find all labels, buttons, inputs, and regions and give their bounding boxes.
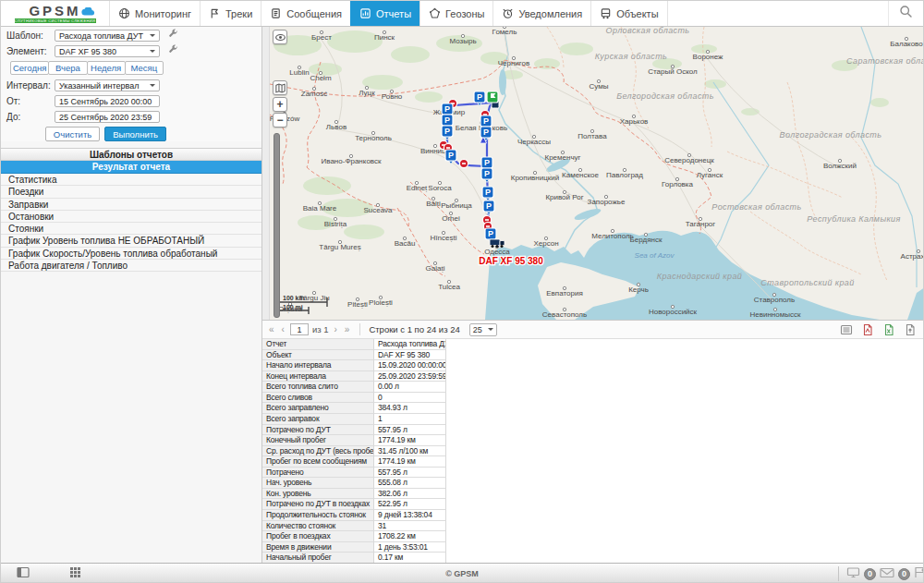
row-value: 1774.19 км (374, 456, 446, 468)
table-row[interactable]: Нач. уровень555.08 л (262, 478, 924, 489)
element-settings-button[interactable] (164, 45, 181, 57)
table-row[interactable]: Потрачено557.95 л (262, 468, 924, 479)
table-row[interactable]: Начало интервала15.09.2020 00:00:00 (262, 360, 924, 371)
map-city-label: Брест (311, 33, 332, 42)
page-size-select[interactable]: 25 (469, 323, 497, 336)
export-pdf-button[interactable] (861, 323, 874, 336)
table-row[interactable]: Всего сливов0 (262, 393, 924, 404)
table-row[interactable]: Продолжительность стоянок9 дней 13:38:04 (262, 510, 924, 521)
map-city-label: Кривой Рог (545, 193, 583, 201)
table-row[interactable]: Пробег по всем сообщениям1774.19 км (262, 456, 924, 468)
template-settings-button[interactable] (164, 30, 181, 42)
tab-label: Геозоны (445, 8, 484, 19)
next-page-button[interactable]: › (333, 324, 339, 334)
section-result-active[interactable]: Результат отчета (1, 161, 261, 174)
map-scrollbar-thumb[interactable] (274, 133, 280, 318)
section-item[interactable]: График Скорость/Уровень топлива обработа… (1, 248, 261, 260)
envelope-icon[interactable] (880, 565, 894, 582)
tab-мониторинг[interactable]: Мониторинг (109, 1, 200, 26)
table-row[interactable]: Всего заправлено384.93 л (262, 403, 924, 414)
map-city-label: Lublin (289, 68, 309, 77)
map-scrollbar-track[interactable] (262, 27, 270, 320)
page-number-input[interactable] (290, 323, 309, 335)
toggle-sidebar-button[interactable] (14, 566, 32, 582)
map-city-label: Рыбница (441, 201, 472, 210)
tab-label: Уведомления (518, 8, 582, 19)
table-toolbar: « ‹ из 1 › » Строки с 1 по 24 из 24 25 (262, 321, 924, 339)
table-row[interactable]: Кон. уровень382.06 л (262, 489, 924, 500)
search-button[interactable] (888, 1, 923, 26)
tab-геозоны[interactable]: Геозоны (419, 1, 492, 26)
map-city-label: Кропивницкий (511, 174, 560, 182)
template-select-value: Расхода топлива ДУТ (59, 31, 143, 41)
start-marker[interactable] (487, 91, 498, 103)
map-layers-button[interactable] (273, 80, 287, 95)
table-row[interactable]: Ср. расход по ДУТ (весь пробег)31.45 л/1… (262, 446, 924, 457)
to-date-input[interactable]: 25 Сентябрь 2020 23:59 (55, 111, 160, 123)
row-label: Всего заправок (262, 414, 374, 425)
table-row[interactable]: Конечный пробег1774.19 км (262, 435, 924, 446)
row-value: 557.95 л (374, 425, 446, 436)
section-item[interactable]: Стоянки (1, 223, 261, 235)
row-label: Всего топлива слито (262, 382, 374, 393)
flag-icon[interactable] (914, 565, 924, 582)
table-row[interactable]: Конец интервала25.09.2020 23:59:59 (262, 371, 924, 383)
row-value: Расхода топлива ДУТ (374, 339, 446, 350)
clear-button[interactable]: Очистить (45, 127, 100, 141)
section-item[interactable]: Остановки (1, 211, 261, 223)
map-zoom-in-button[interactable]: + (273, 97, 287, 112)
section-item[interactable]: График Уровень топлива НЕ ОБРАБОТАНЫЙ (1, 235, 261, 247)
export-excel-button[interactable] (882, 323, 895, 336)
table-row[interactable]: Всего топлива слито0.00 л (262, 382, 924, 393)
tab-объекты[interactable]: Объекты (590, 1, 667, 26)
tab-сообщения[interactable]: Сообщения (261, 1, 350, 26)
section-item[interactable]: Статистика (1, 174, 261, 186)
run-button[interactable]: Выполнить (104, 127, 166, 141)
tab-отчеты[interactable]: Отчеты (350, 1, 419, 26)
tab-треки[interactable]: Треки (200, 1, 261, 26)
table-row[interactable]: Всего заправок1 (262, 414, 924, 425)
map-city-label: Мозырь (449, 37, 476, 45)
map-visibility-button[interactable] (273, 30, 287, 44)
messages-count-badge[interactable]: 0 (898, 568, 910, 580)
range-button-3[interactable]: Месяц (125, 61, 164, 75)
section-item[interactable]: Работа двигателя / Топливо (1, 260, 261, 272)
table-row[interactable]: ОбъектDAF XF 95 380 (262, 350, 924, 361)
table-row[interactable]: Потрачено по ДУТ в поездках522.95 л (262, 499, 924, 510)
section-item[interactable]: Заправки (1, 199, 261, 211)
column-list-button[interactable] (840, 323, 853, 336)
export-file-button[interactable] (904, 323, 917, 336)
table-row[interactable]: Пробег в поездках1708.22 км (262, 531, 924, 542)
map-panel[interactable]: Орловская областьКурская областьСаратовс… (270, 27, 924, 320)
last-page-button[interactable]: » (343, 324, 352, 334)
template-select[interactable]: Расхода топлива ДУТ (55, 30, 160, 42)
map-city-label: Кременчуг (544, 153, 580, 162)
map-canvas[interactable]: Орловская областьКурская областьСаратовс… (270, 27, 924, 320)
map-city-label: Tulcea (438, 283, 460, 291)
vehicle-truck-icon[interactable] (490, 239, 505, 248)
event-marker[interactable] (459, 159, 468, 167)
table-row[interactable]: Количество стоянок31 (262, 521, 924, 532)
map-city-label: Старый Оскол (648, 67, 698, 76)
app-logo[interactable]: GPSM СПУТНИКОВЫЕ СИСТЕМЫ СЛЕЖЕНИЯ (1, 1, 109, 26)
first-page-button[interactable]: « (267, 324, 276, 334)
map-zoom-out-button[interactable]: − (273, 113, 287, 128)
apps-grid-button[interactable] (66, 566, 84, 582)
prev-page-button[interactable]: ‹ (280, 324, 286, 334)
table-row[interactable]: Потрачено по ДУТ557.95 л (262, 425, 924, 436)
map-city-label: Астрахань (901, 252, 924, 261)
element-select[interactable]: DAF XF 95 380 (55, 45, 160, 57)
from-date-input[interactable]: 15 Сентябрь 2020 00:00 (55, 95, 160, 107)
monitor-icon[interactable] (846, 565, 860, 582)
range-button-0[interactable]: Сегодня (10, 61, 49, 75)
table-row[interactable]: ОтчетРасхода топлива ДУТ (262, 339, 924, 350)
range-button-1[interactable]: Вчера (48, 61, 87, 75)
table-row[interactable]: Время в движении1 день 3:53:01 (262, 542, 924, 553)
report-result-table: ОтчетРасхода топлива ДУТОбъектDAF XF 95 … (262, 339, 924, 564)
section-item[interactable]: Поездки (1, 186, 261, 198)
alerts-count-badge[interactable]: 0 (864, 568, 876, 580)
interval-select[interactable]: Указанный интервал (55, 79, 160, 91)
range-button-2[interactable]: Неделя (87, 61, 126, 75)
tab-уведомления[interactable]: Уведомления (492, 1, 590, 26)
row-value: 0.00 л (374, 382, 446, 393)
